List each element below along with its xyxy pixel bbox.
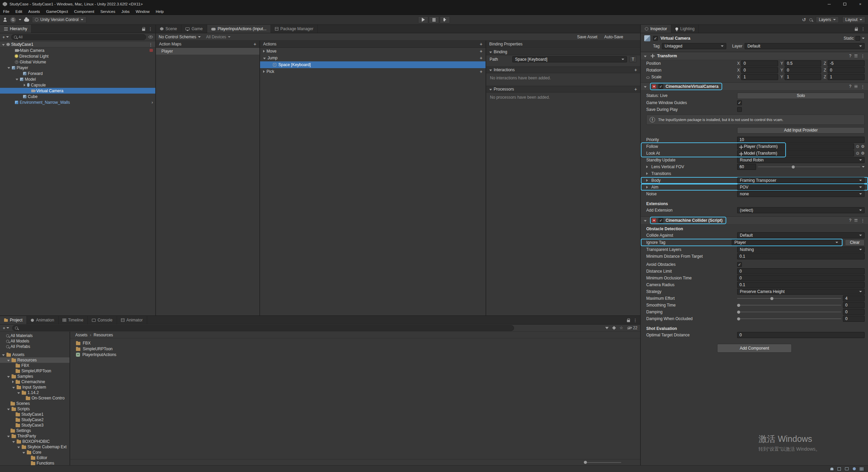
- account-icon[interactable]: [3, 17, 7, 22]
- hierarchy-item-model[interactable]: Model: [0, 76, 155, 82]
- scale-y-field[interactable]: 1: [785, 74, 822, 80]
- action-pick[interactable]: Pick +: [260, 68, 486, 75]
- min-occlusion-field[interactable]: 0: [737, 275, 865, 281]
- slider-knob[interactable]: [584, 461, 587, 464]
- tree-simpleurptoon[interactable]: SimpleURPToon: [0, 368, 70, 374]
- static-chevron-down-icon[interactable]: [862, 38, 865, 39]
- console-status-icon[interactable]: [845, 467, 849, 470]
- add-binding-button[interactable]: +: [480, 56, 482, 60]
- active-checkbox[interactable]: ✓: [653, 36, 658, 41]
- scene-menu-icon[interactable]: ⋮: [149, 42, 153, 47]
- priority-field[interactable]: 10: [737, 137, 865, 143]
- save-during-play-checkbox[interactable]: [737, 107, 742, 112]
- cinemachine-vcam-header[interactable]: ✓ CinemachineVirtualCamera ? ⋮: [641, 82, 868, 91]
- add-extension-dropdown[interactable]: (select): [737, 207, 865, 213]
- panel-menu-icon[interactable]: ⋮: [861, 27, 865, 31]
- action-move[interactable]: Move +: [260, 48, 486, 55]
- lens-presets-chevron-icon[interactable]: [862, 166, 865, 168]
- maximize-button[interactable]: [837, 0, 852, 8]
- add-processor-button[interactable]: +: [634, 87, 637, 92]
- icon-size-slider[interactable]: [584, 462, 621, 463]
- noise-dropdown[interactable]: none: [737, 191, 865, 197]
- tab-package-manager[interactable]: Package Manager: [271, 25, 318, 33]
- layout-status-icon[interactable]: [860, 467, 863, 471]
- close-button[interactable]: ×: [852, 0, 868, 8]
- aim-dropdown[interactable]: POV: [737, 184, 865, 190]
- tab-player-input-actions[interactable]: PlayerInputActions (Input...: [207, 25, 271, 33]
- tree-assets[interactable]: Assets: [0, 352, 70, 357]
- layer-dropdown[interactable]: Default: [745, 43, 865, 49]
- damping-slider[interactable]: [737, 310, 841, 314]
- damping-occluded-field[interactable]: 0: [843, 316, 865, 322]
- help-icon[interactable]: ?: [849, 54, 851, 58]
- optimal-distance-field[interactable]: 0: [737, 332, 865, 338]
- smoothing-time-field[interactable]: 0: [843, 302, 865, 308]
- tab-animator[interactable]: Animator: [117, 316, 147, 324]
- body-dropdown[interactable]: Framing Transposer: [737, 177, 865, 183]
- transform-header[interactable]: Transform ? ⋮: [641, 52, 868, 60]
- slider-knob[interactable]: [737, 311, 740, 314]
- interactions-section[interactable]: Interactions +: [486, 66, 640, 73]
- avoid-obstacles-checkbox[interactable]: ✓: [737, 262, 742, 267]
- lens-fov-slider[interactable]: [758, 164, 860, 169]
- lock-icon[interactable]: [855, 28, 858, 31]
- favorites-star-icon[interactable]: ☆: [619, 326, 623, 330]
- tab-animation[interactable]: Animation: [27, 316, 58, 324]
- menu-assets[interactable]: Assets: [25, 8, 43, 15]
- foldout-icon[interactable]: [644, 86, 647, 88]
- foldout-icon[interactable]: [7, 67, 10, 69]
- path-text-toggle-button[interactable]: T: [629, 56, 637, 62]
- menu-jobs[interactable]: Jobs: [118, 8, 133, 15]
- account-avatar[interactable]: G: [10, 17, 16, 23]
- position-y-field[interactable]: 0.5: [785, 60, 822, 66]
- clear-button[interactable]: Clear: [845, 239, 865, 246]
- scale-z-field[interactable]: 1: [828, 74, 865, 80]
- play-button[interactable]: [418, 16, 428, 23]
- tab-timeline[interactable]: Timeline: [59, 316, 88, 324]
- component-menu-icon[interactable]: ⋮: [861, 84, 865, 89]
- layout-dropdown[interactable]: Layout: [842, 16, 865, 23]
- tree-scenes[interactable]: Scenes: [0, 401, 70, 406]
- rotation-y-field[interactable]: 0: [785, 67, 822, 73]
- foldout-icon[interactable]: [7, 376, 10, 378]
- slider-knob[interactable]: [770, 297, 773, 300]
- asset-playerinputactions[interactable]: PlayerInputActions: [70, 352, 640, 357]
- search-icon[interactable]: [809, 18, 812, 21]
- position-z-field[interactable]: -5: [828, 60, 865, 66]
- hierarchy-item-scene[interactable]: StudyCase1 ⋮: [0, 42, 155, 47]
- foldout-icon[interactable]: [644, 220, 647, 222]
- help-icon[interactable]: ?: [849, 84, 851, 89]
- foldout-icon[interactable]: [7, 436, 10, 437]
- static-checkbox[interactable]: [855, 36, 860, 41]
- rotation-x-field[interactable]: 0: [741, 67, 778, 73]
- add-binding-button[interactable]: +: [480, 49, 482, 54]
- foldout-icon[interactable]: [2, 44, 5, 46]
- tree-on-screen-controls[interactable]: On-Screen Contro: [0, 395, 70, 401]
- tree-scripts[interactable]: Scripts: [0, 406, 70, 412]
- hierarchy-search-input[interactable]: [19, 35, 143, 39]
- gear-icon[interactable]: ⚙: [861, 144, 865, 149]
- hierarchy-item-global-volume[interactable]: Global Volume: [0, 59, 155, 65]
- menu-help[interactable]: Help: [153, 8, 167, 15]
- collide-against-dropdown[interactable]: Default: [737, 232, 865, 238]
- rotation-z-field[interactable]: 0: [828, 67, 865, 73]
- tree-all-materials[interactable]: All Materials: [0, 333, 70, 338]
- tag-dropdown[interactable]: Untagged: [662, 43, 726, 49]
- devices-dropdown[interactable]: All Devices: [206, 35, 231, 39]
- binding-section[interactable]: Binding: [486, 48, 640, 55]
- tree-studycase1[interactable]: StudyCase1: [0, 412, 70, 417]
- search-by-type-icon[interactable]: [605, 327, 609, 329]
- lock-icon[interactable]: [627, 320, 630, 322]
- camera-radius-field[interactable]: 0.1: [737, 282, 865, 288]
- slider-knob[interactable]: [737, 317, 740, 320]
- position-x-field[interactable]: 0: [741, 60, 778, 66]
- tab-console[interactable]: Console: [88, 316, 117, 324]
- foldout-icon[interactable]: [12, 441, 15, 443]
- foldout-icon[interactable]: [24, 84, 25, 86]
- gear-icon[interactable]: ⚙: [861, 151, 865, 156]
- min-distance-field[interactable]: 0.1: [737, 253, 865, 259]
- version-control-dropdown[interactable]: Unity Version Control: [32, 16, 86, 23]
- tree-studycase3[interactable]: StudyCase3: [0, 422, 70, 428]
- tree-settings[interactable]: Settings: [0, 428, 70, 433]
- add-action-map-button[interactable]: +: [254, 42, 256, 46]
